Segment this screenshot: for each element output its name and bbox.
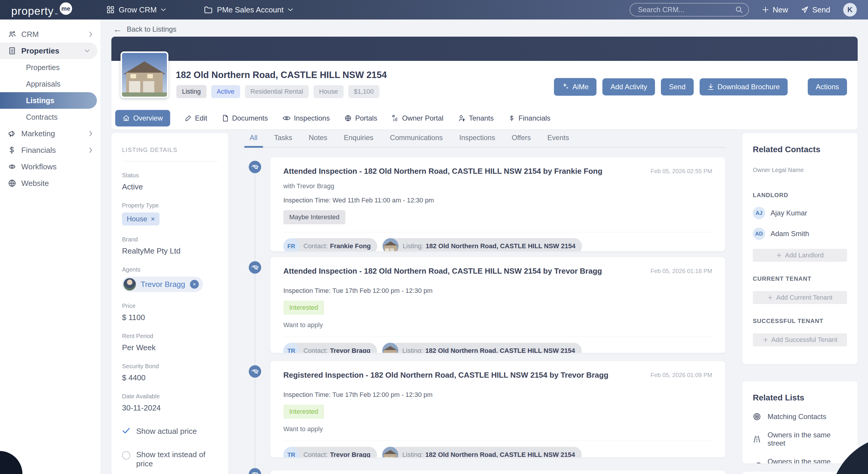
- add-current-tenant-button[interactable]: Add Current Tenant: [753, 291, 847, 304]
- landlord-contact[interactable]: AJ Ajay Kumar: [753, 207, 847, 219]
- sidebar-item-website[interactable]: Website: [0, 175, 100, 191]
- current-tenant-heading: CURRENT TENANT: [753, 275, 847, 282]
- tab-edit[interactable]: Edit: [185, 114, 207, 122]
- listing-tabs: Overview Edit Documents Inspections Port…: [115, 110, 550, 126]
- subtab-enquiries[interactable]: Enquiries: [344, 134, 373, 142]
- subtab-offers[interactable]: Offers: [512, 134, 531, 142]
- plus-icon: [767, 295, 773, 300]
- tab-label: Financials: [519, 114, 550, 122]
- search-box: [629, 3, 749, 17]
- related-list-label: Owners in the same suburb: [768, 457, 847, 463]
- listing-chip[interactable]: Listing: 182 Old Northern Road, CASTLE H…: [382, 343, 582, 353]
- contact-initials-avatar: TR: [283, 447, 299, 457]
- send-button-topbar[interactable]: Send: [801, 5, 830, 14]
- send-button[interactable]: Send: [661, 78, 693, 95]
- timeline-card-registered-inspection[interactable]: Registered Inspection - 182 Old Northern…: [270, 361, 725, 457]
- listing-thumbnail: [382, 238, 399, 251]
- option-show-actual-price[interactable]: Show actual price: [122, 427, 218, 436]
- related-contacts-panel: Related Contacts Owner Legal Name LANDLO…: [742, 133, 858, 364]
- subtab-all[interactable]: All: [250, 134, 258, 142]
- event-title[interactable]: Registered Inspection - 182 Old Northern…: [283, 371, 608, 380]
- user-avatar[interactable]: K: [843, 3, 857, 17]
- agent-chip[interactable]: Trevor Bragg ×: [122, 276, 203, 292]
- tab-portals[interactable]: Portals: [344, 114, 377, 122]
- panel-title: Related Lists: [753, 393, 847, 403]
- back-to-listings[interactable]: ← Back to Listings: [113, 24, 176, 34]
- landlord-contact[interactable]: AD Adam Smith: [753, 228, 847, 240]
- inspection-time: Inspection Time: Wed 11th Feb 11:00 am -…: [283, 197, 712, 204]
- contact-chip[interactable]: TR Contact: Trevor Bragg: [283, 447, 377, 457]
- contact-initials-avatar: TR: [283, 343, 299, 353]
- tab-financials[interactable]: Financials: [508, 114, 550, 122]
- timeline-card-attended-inspection-frankie[interactable]: Attended Inspection - 182 Old Northern R…: [270, 157, 725, 251]
- event-title[interactable]: Attended Inspection - 182 Old Northern R…: [283, 167, 602, 176]
- field-label-status: Status: [122, 172, 218, 179]
- sidebar-subitem-properties[interactable]: Properties: [0, 59, 100, 76]
- close-icon[interactable]: ×: [151, 215, 155, 223]
- sidebar-subitem-listings[interactable]: Listings: [0, 92, 97, 109]
- tab-documents[interactable]: Documents: [222, 114, 268, 122]
- tab-inspections[interactable]: Inspections: [283, 114, 330, 122]
- radio-icon[interactable]: [122, 451, 130, 460]
- subtab-tasks[interactable]: Tasks: [274, 134, 292, 142]
- agent-name[interactable]: Trevor Bragg: [141, 280, 185, 289]
- divider: [122, 161, 218, 161]
- interest-status-badge: Interested: [283, 300, 324, 315]
- new-button[interactable]: New: [762, 5, 788, 14]
- event-title[interactable]: Attended Inspection - 182 Old Northern R…: [283, 267, 602, 276]
- inspection-time: Inspection Time: Tue 17th Feb 12:00 pm -…: [283, 287, 712, 295]
- tab-owner-portal[interactable]: Owner Portal: [392, 114, 443, 122]
- tab-overview[interactable]: Overview: [115, 110, 170, 126]
- contact-name[interactable]: Ajay Kumar: [771, 209, 807, 217]
- dollar-icon: [8, 146, 16, 154]
- propertyme-logo[interactable]: property ™ me: [11, 2, 72, 17]
- subtab-events[interactable]: Events: [548, 134, 569, 142]
- subtab-notes[interactable]: Notes: [309, 134, 327, 142]
- workspace-switcher[interactable]: Grow CRM: [106, 5, 166, 14]
- sidebar-item-workflows[interactable]: Workflows: [0, 158, 100, 175]
- subtab-inspections[interactable]: Inspections: [459, 134, 495, 142]
- related-list-owners-same-street[interactable]: Owners in the same street: [753, 431, 847, 447]
- listing-chip[interactable]: Listing: 182 Old Northern Road, CASTLE H…: [382, 238, 582, 251]
- sidebar-item-label: Workflows: [21, 162, 56, 171]
- timeline-card-attended-inspection-trevor[interactable]: Attended Inspection - 182 Old Northern R…: [270, 257, 725, 353]
- chip-prefix: Contact:: [303, 347, 328, 353]
- send-label: Send: [669, 83, 685, 91]
- add-landlord-button[interactable]: Add Landlord: [753, 249, 847, 262]
- add-successful-tenant-button[interactable]: Add Successful Tenant: [753, 333, 847, 346]
- chip-prefix: Listing:: [402, 451, 423, 457]
- actions-button[interactable]: Actions: [808, 78, 847, 95]
- sidebar-item-financials[interactable]: Financials: [0, 142, 100, 158]
- property-photo[interactable]: [121, 52, 168, 98]
- download-brochure-button[interactable]: Download Brochure: [700, 78, 788, 95]
- activity-filter-tabs: All Tasks Notes Enquiries Communications…: [250, 134, 725, 148]
- contact-chip[interactable]: FR Contact: Frankie Fong: [283, 238, 377, 251]
- contact-initials-avatar: AJ: [753, 207, 765, 219]
- sidebar-item-crm[interactable]: CRM: [0, 26, 100, 42]
- search-icon[interactable]: [735, 6, 743, 13]
- download-icon: [708, 83, 714, 90]
- related-list-matching-contacts[interactable]: Matching Contacts: [753, 413, 847, 421]
- search-input[interactable]: [629, 3, 749, 17]
- sidebar-subitem-contracts[interactable]: Contracts: [0, 109, 100, 125]
- tab-label: Edit: [195, 114, 207, 122]
- tab-tenants[interactable]: Tenants: [458, 114, 494, 122]
- sidebar-item-marketing[interactable]: Marketing: [0, 125, 100, 142]
- subtab-communications[interactable]: Communications: [390, 134, 443, 142]
- add-activity-button[interactable]: Add Activity: [602, 78, 655, 95]
- contact-chip[interactable]: TR Contact: Trevor Bragg: [283, 343, 377, 353]
- listing-chip[interactable]: Listing: 182 Old Northern Road, CASTLE H…: [382, 447, 582, 457]
- sidebar-subitem-appraisals[interactable]: Appraisals: [0, 76, 100, 92]
- aime-button[interactable]: AiMe: [554, 78, 597, 96]
- related-list-owners-same-suburb[interactable]: Owners in the same suburb: [753, 457, 847, 463]
- field-label-agents: Agents: [122, 266, 218, 273]
- chevron-right-icon: [89, 147, 93, 153]
- listing-header: 182 Old Northern Road, CASTLE HILL NSW 2…: [112, 37, 858, 129]
- option-show-text-instead[interactable]: Show text instead of price: [122, 450, 218, 468]
- sidebar-item-properties[interactable]: Properties: [0, 42, 97, 59]
- add-current-tenant-label: Add Current Tenant: [776, 294, 832, 301]
- contact-name[interactable]: Adam Smith: [771, 230, 809, 238]
- property-type-chip[interactable]: House ×: [122, 212, 159, 226]
- account-switcher[interactable]: PMe Sales Account: [204, 5, 293, 14]
- remove-agent-icon[interactable]: ×: [190, 280, 199, 289]
